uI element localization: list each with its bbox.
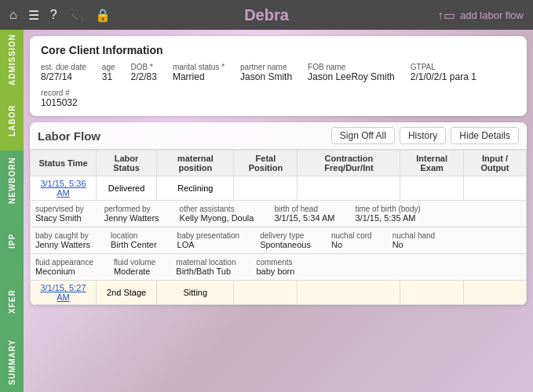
phone-icon[interactable]: 📞: [68, 8, 84, 23]
cell-fetal-position: [234, 176, 298, 201]
table-row: fluid appearance Meconium fluid volume M…: [31, 254, 527, 281]
time-link-2[interactable]: 3/1/15, 5:27 AM: [40, 283, 86, 302]
field-record: record # 1015032: [41, 89, 516, 108]
add-labor-flow-label: add labor flow: [460, 9, 524, 21]
field-est-due-date: est. due date 8/27/14: [41, 63, 86, 82]
client-info-title: Core Client Information: [41, 44, 516, 56]
detail-maternal-location: maternal location Birth/Bath Tub: [176, 258, 235, 276]
detail-fluid-volume: fluid volume Moderate: [114, 258, 155, 276]
col-internal-exam: Internal Exam: [400, 151, 464, 176]
sidebar-item-ipp[interactable]: IPP: [0, 211, 24, 271]
detail-cell-3: fluid appearance Meconium fluid volume M…: [31, 254, 527, 281]
table-row: baby caught by Jenny Watters location Bi…: [31, 227, 527, 254]
col-status-time: Status Time: [31, 151, 97, 176]
col-maternal-position: maternal position: [157, 151, 234, 176]
cell-labor-status: Delivered: [96, 176, 156, 201]
field-fob-name: FOB name Jason LeeRoy Smith: [308, 63, 395, 82]
cell-labor-status-2: 2nd Stage: [96, 281, 156, 305]
cell-internal-exam: [400, 176, 464, 201]
cell-contraction: [298, 176, 400, 201]
history-button[interactable]: History: [400, 127, 446, 144]
help-icon[interactable]: ?: [50, 8, 57, 22]
detail-baby-presentation: baby presentation LOA: [177, 231, 240, 249]
detail-birth-of-head: birth of head 3/1/15, 5:34 AM: [274, 205, 334, 223]
cell-time: 3/1/15, 5:36 AM: [31, 176, 97, 201]
sidebar-item-xfer[interactable]: XFER: [0, 271, 24, 332]
sign-off-all-button[interactable]: Sign Off All: [331, 127, 395, 144]
detail-supervised-by: supervised by Stacy Smith: [35, 205, 84, 223]
sidebar-item-labor[interactable]: LABOR: [0, 90, 24, 151]
col-labor-status: Labor Status: [96, 151, 156, 176]
detail-nuchal-hand: nuchal hand No: [392, 231, 436, 249]
field-gtpal: GTPAL 2/1/0/2/1 para 1: [411, 63, 476, 82]
client-fields: est. due date 8/27/14 age 31 DOB * 2/2/8…: [41, 63, 516, 108]
sidebar-item-summary[interactable]: SUMMARY: [0, 332, 24, 392]
cell-fetal-position-2: [234, 281, 298, 305]
header-buttons: Sign Off All History Hide Details: [331, 127, 519, 144]
top-bar: ⌂ ☰ ? 📞 🔒 Debra ↑▭ add labor flow: [0, 0, 533, 30]
client-info-card: Core Client Information est. due date 8/…: [30, 36, 527, 116]
field-dob: DOB * 2/2/83: [131, 63, 157, 82]
cell-time-2: 3/1/15, 5:27 AM: [31, 281, 97, 305]
lock-icon[interactable]: 🔒: [95, 8, 111, 23]
table-row: supervised by Stacy Smith performed by J…: [31, 201, 527, 227]
field-age: age 31: [102, 63, 115, 82]
detail-delivery-type: delivery type Spontaneous: [260, 231, 311, 249]
detail-nuchal-cord: nuchal cord No: [331, 231, 372, 249]
labor-flow-section: Labor Flow Sign Off All History Hide Det…: [30, 122, 527, 305]
page-title: Debra: [244, 6, 289, 24]
sidebar: ADMISSION LABOR NEWBORN IPP XFER SUMMARY: [0, 30, 24, 392]
labor-flow-header: Labor Flow Sign Off All History Hide Det…: [30, 122, 527, 150]
cell-input-output-2: [463, 281, 526, 305]
labor-flow-title: Labor Flow: [38, 129, 100, 143]
field-partner-name: partner name Jason Smith: [240, 63, 292, 82]
cell-maternal-position-2: Sitting: [157, 281, 234, 305]
list-icon[interactable]: ☰: [28, 8, 39, 23]
col-contraction: Contraction Freq/Dur/Int: [298, 151, 400, 176]
col-fetal-position: Fetal Position: [234, 151, 298, 176]
col-input-output: Input / Output: [463, 151, 526, 176]
labor-flow-table: Status Time Labor Status maternal positi…: [30, 150, 527, 305]
detail-other-assistants: other assistants Kelly Myong, Doula: [180, 205, 254, 223]
hide-details-button[interactable]: Hide Details: [451, 127, 519, 144]
main-content: Core Client Information est. due date 8/…: [24, 30, 533, 392]
detail-time-of-birth: time of birth (body) 3/1/15, 5:35 AM: [355, 205, 420, 223]
detail-location: location Birth Center: [111, 231, 157, 249]
detail-fluid-appearance: fluid appearance Meconium: [35, 258, 93, 276]
cell-input-output: [463, 176, 526, 201]
detail-comments: comments baby born: [256, 258, 294, 276]
cell-contraction-2: [298, 281, 400, 305]
field-marital-status: marital status * Married: [173, 63, 225, 82]
time-link[interactable]: 3/1/15, 5:36 AM: [40, 179, 86, 198]
detail-baby-caught-by: baby caught by Jenny Watters: [35, 231, 90, 249]
home-icon[interactable]: ⌂: [9, 8, 17, 22]
table-header-row: Status Time Labor Status maternal positi…: [31, 151, 527, 176]
top-bar-icons: ⌂ ☰ ? 📞 🔒: [9, 8, 111, 23]
detail-cell: supervised by Stacy Smith performed by J…: [31, 201, 527, 227]
table-row: 3/1/15, 5:27 AM 2nd Stage Sitting: [31, 281, 527, 305]
table-row: 3/1/15, 5:36 AM Delivered Reclining: [31, 176, 527, 201]
sidebar-item-admission[interactable]: ADMISSION: [0, 30, 24, 90]
detail-performed-by: performed by Jenny Watters: [104, 205, 159, 223]
detail-cell-2: baby caught by Jenny Watters location Bi…: [31, 227, 527, 254]
cell-internal-exam-2: [400, 281, 464, 305]
add-labor-flow-icon: ↑▭: [437, 8, 455, 23]
cell-maternal-position: Reclining: [157, 176, 234, 201]
add-labor-flow-button[interactable]: ↑▭ add labor flow: [437, 8, 524, 23]
sidebar-item-newborn[interactable]: NEWBORN: [0, 151, 24, 211]
